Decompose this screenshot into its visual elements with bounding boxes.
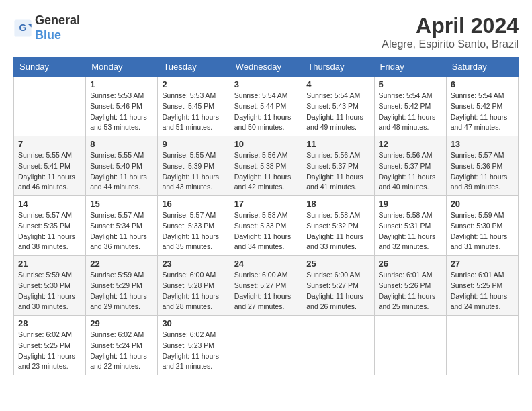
day-number: 15: [90, 199, 153, 209]
day-info: Sunrise: 6:01 AM Sunset: 5:26 PM Dayligh…: [379, 270, 442, 312]
day-info: Sunrise: 6:02 AM Sunset: 5:25 PM Dayligh…: [18, 330, 81, 372]
day-number: 28: [18, 318, 81, 328]
day-number: 22: [90, 259, 153, 269]
day-cell: [374, 316, 446, 375]
day-cell: 19Sunrise: 5:58 AM Sunset: 5:31 PM Dayli…: [374, 196, 446, 256]
day-info: Sunrise: 5:58 AM Sunset: 5:33 PM Dayligh…: [234, 210, 298, 253]
weekday-header-row: SundayMondayTuesdayWednesdayThursdayFrid…: [14, 58, 519, 77]
day-cell: 28Sunrise: 6:02 AM Sunset: 5:25 PM Dayli…: [14, 316, 86, 375]
day-number: 1: [90, 79, 153, 89]
day-info: Sunrise: 6:02 AM Sunset: 5:23 PM Dayligh…: [162, 330, 225, 372]
day-number: 23: [162, 259, 225, 269]
day-info: Sunrise: 5:58 AM Sunset: 5:31 PM Dayligh…: [379, 210, 442, 253]
day-cell: 24Sunrise: 6:00 AM Sunset: 5:27 PM Dayli…: [230, 256, 302, 316]
day-info: Sunrise: 5:55 AM Sunset: 5:40 PM Dayligh…: [90, 150, 153, 193]
day-number: 3: [234, 79, 298, 89]
day-info: Sunrise: 5:53 AM Sunset: 5:46 PM Dayligh…: [90, 91, 153, 133]
day-cell: 30Sunrise: 6:02 AM Sunset: 5:23 PM Dayli…: [158, 316, 230, 375]
day-info: Sunrise: 6:00 AM Sunset: 5:27 PM Dayligh…: [306, 270, 369, 312]
day-info: Sunrise: 5:56 AM Sunset: 5:37 PM Dayligh…: [306, 150, 369, 193]
day-number: 29: [90, 318, 153, 328]
day-cell: 8Sunrise: 5:55 AM Sunset: 5:40 PM Daylig…: [86, 136, 158, 196]
day-number: 5: [379, 79, 442, 89]
week-row-3: 14Sunrise: 5:57 AM Sunset: 5:35 PM Dayli…: [14, 196, 519, 256]
day-cell: 29Sunrise: 6:02 AM Sunset: 5:24 PM Dayli…: [86, 316, 158, 375]
weekday-header-monday: Monday: [86, 58, 158, 77]
day-info: Sunrise: 5:56 AM Sunset: 5:37 PM Dayligh…: [379, 150, 442, 193]
day-info: Sunrise: 5:57 AM Sunset: 5:36 PM Dayligh…: [451, 150, 514, 193]
week-row-1: 1Sunrise: 5:53 AM Sunset: 5:46 PM Daylig…: [14, 77, 519, 136]
svg-text:G: G: [19, 22, 27, 33]
weekday-header-thursday: Thursday: [302, 58, 374, 77]
day-info: Sunrise: 5:57 AM Sunset: 5:35 PM Dayligh…: [18, 210, 81, 253]
day-cell: 20Sunrise: 5:59 AM Sunset: 5:30 PM Dayli…: [446, 196, 518, 256]
logo-icon: G: [13, 19, 32, 38]
day-cell: 11Sunrise: 5:56 AM Sunset: 5:37 PM Dayli…: [302, 136, 374, 196]
day-info: Sunrise: 6:00 AM Sunset: 5:28 PM Dayligh…: [162, 270, 225, 312]
day-cell: 13Sunrise: 5:57 AM Sunset: 5:36 PM Dayli…: [446, 136, 518, 196]
week-row-5: 28Sunrise: 6:02 AM Sunset: 5:25 PM Dayli…: [14, 316, 519, 375]
location-title: Alegre, Espirito Santo, Brazil: [382, 38, 519, 50]
day-number: 14: [18, 199, 81, 209]
day-cell: [14, 77, 86, 136]
logo-line1: General: [35, 13, 80, 28]
day-info: Sunrise: 5:57 AM Sunset: 5:34 PM Dayligh…: [90, 210, 153, 253]
day-number: 21: [18, 259, 81, 269]
day-number: 16: [162, 199, 225, 209]
day-info: Sunrise: 5:54 AM Sunset: 5:43 PM Dayligh…: [306, 91, 369, 133]
day-cell: 23Sunrise: 6:00 AM Sunset: 5:28 PM Dayli…: [158, 256, 230, 316]
title-area: April 2024 Alegre, Espirito Santo, Brazi…: [382, 13, 519, 50]
day-number: 11: [306, 139, 369, 149]
day-cell: 5Sunrise: 5:54 AM Sunset: 5:42 PM Daylig…: [374, 77, 446, 136]
week-row-4: 21Sunrise: 5:59 AM Sunset: 5:30 PM Dayli…: [14, 256, 519, 316]
day-number: 6: [451, 79, 514, 89]
day-cell: 16Sunrise: 5:57 AM Sunset: 5:33 PM Dayli…: [158, 196, 230, 256]
day-cell: [446, 316, 518, 375]
day-number: 13: [451, 139, 514, 149]
day-cell: 1Sunrise: 5:53 AM Sunset: 5:46 PM Daylig…: [86, 77, 158, 136]
logo-line2: Blue: [35, 28, 80, 43]
day-info: Sunrise: 5:59 AM Sunset: 5:29 PM Dayligh…: [90, 270, 153, 312]
day-number: 26: [379, 259, 442, 269]
day-cell: 2Sunrise: 5:53 AM Sunset: 5:45 PM Daylig…: [158, 77, 230, 136]
day-info: Sunrise: 6:00 AM Sunset: 5:27 PM Dayligh…: [234, 270, 298, 312]
weekday-header-tuesday: Tuesday: [158, 58, 230, 77]
day-number: 19: [379, 199, 442, 209]
day-info: Sunrise: 6:02 AM Sunset: 5:24 PM Dayligh…: [90, 330, 153, 372]
day-cell: 10Sunrise: 5:56 AM Sunset: 5:38 PM Dayli…: [230, 136, 302, 196]
month-title: April 2024: [382, 13, 519, 38]
day-number: 2: [162, 79, 225, 89]
day-number: 10: [234, 139, 298, 149]
day-number: 8: [90, 139, 153, 149]
day-cell: [230, 316, 302, 375]
day-info: Sunrise: 5:59 AM Sunset: 5:30 PM Dayligh…: [451, 210, 514, 253]
day-cell: 3Sunrise: 5:54 AM Sunset: 5:44 PM Daylig…: [230, 77, 302, 136]
day-info: Sunrise: 5:54 AM Sunset: 5:42 PM Dayligh…: [451, 91, 514, 133]
day-info: Sunrise: 5:54 AM Sunset: 5:44 PM Dayligh…: [234, 91, 298, 133]
day-number: 20: [451, 199, 514, 209]
day-info: Sunrise: 5:55 AM Sunset: 5:39 PM Dayligh…: [162, 150, 225, 193]
header: G General Blue April 2024 Alegre, Espiri…: [13, 13, 519, 50]
day-info: Sunrise: 5:59 AM Sunset: 5:30 PM Dayligh…: [18, 270, 81, 312]
day-number: 12: [379, 139, 442, 149]
day-cell: 22Sunrise: 5:59 AM Sunset: 5:29 PM Dayli…: [86, 256, 158, 316]
day-cell: 17Sunrise: 5:58 AM Sunset: 5:33 PM Dayli…: [230, 196, 302, 256]
day-cell: 9Sunrise: 5:55 AM Sunset: 5:39 PM Daylig…: [158, 136, 230, 196]
day-info: Sunrise: 5:53 AM Sunset: 5:45 PM Dayligh…: [162, 91, 225, 133]
day-info: Sunrise: 5:57 AM Sunset: 5:33 PM Dayligh…: [162, 210, 225, 253]
day-cell: 6Sunrise: 5:54 AM Sunset: 5:42 PM Daylig…: [446, 77, 518, 136]
day-cell: 18Sunrise: 5:58 AM Sunset: 5:32 PM Dayli…: [302, 196, 374, 256]
day-cell: 7Sunrise: 5:55 AM Sunset: 5:41 PM Daylig…: [14, 136, 86, 196]
day-info: Sunrise: 5:55 AM Sunset: 5:41 PM Dayligh…: [18, 150, 81, 193]
day-info: Sunrise: 5:58 AM Sunset: 5:32 PM Dayligh…: [306, 210, 369, 253]
day-cell: 15Sunrise: 5:57 AM Sunset: 5:34 PM Dayli…: [86, 196, 158, 256]
day-number: 24: [234, 259, 298, 269]
weekday-header-wednesday: Wednesday: [230, 58, 302, 77]
day-number: 25: [306, 259, 369, 269]
day-info: Sunrise: 6:01 AM Sunset: 5:25 PM Dayligh…: [451, 270, 514, 312]
day-number: 9: [162, 139, 225, 149]
logo: G General Blue: [13, 13, 80, 42]
day-cell: [302, 316, 374, 375]
day-info: Sunrise: 5:54 AM Sunset: 5:42 PM Dayligh…: [379, 91, 442, 133]
day-cell: 14Sunrise: 5:57 AM Sunset: 5:35 PM Dayli…: [14, 196, 86, 256]
